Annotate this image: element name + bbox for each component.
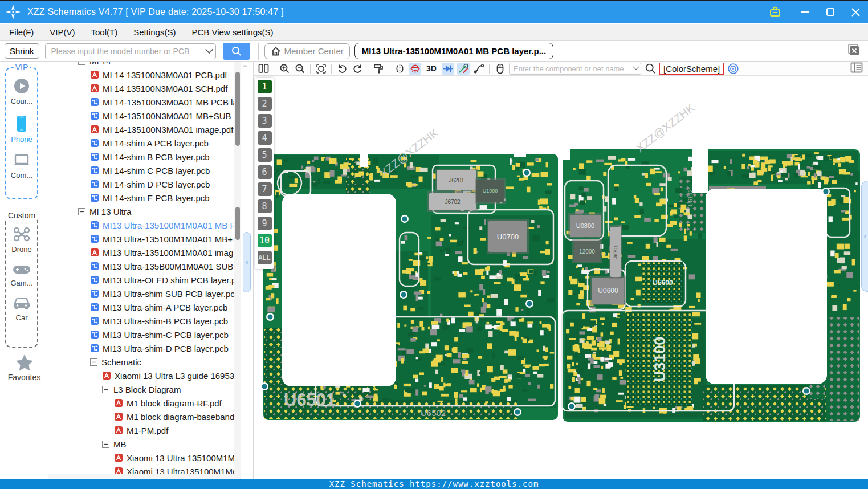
document-tab[interactable]: MI13 Ultra-135100M1M0A01 MB PCB layer.p.… — [354, 43, 553, 59]
rotate-cw-icon[interactable] — [351, 63, 364, 75]
diode-icon[interactable] — [442, 63, 454, 75]
fit-screen-icon[interactable] — [315, 63, 327, 75]
tree-item[interactable]: MI13 Ultra-135100M1M0A01 MB P — [48, 218, 237, 232]
tree-item[interactable]: MI 14 — [48, 62, 237, 68]
tree-item[interactable]: MI 13 Ultra — [48, 205, 237, 218]
tree-expander-icon[interactable] — [102, 386, 109, 393]
net-search-icon[interactable] — [644, 63, 657, 75]
tree-item[interactable]: MI13 Ultra-135100M1M0A01 MB+ — [48, 232, 237, 246]
layer-button-5[interactable]: 5 — [258, 148, 272, 162]
menu-settings[interactable]: Settings(S) — [133, 27, 184, 37]
tree-item[interactable]: MI 14-shim E PCB layer.pcb — [48, 191, 237, 205]
tree-item[interactable]: Xiaomi 13 Ultra L3 guide 16953 — [48, 369, 237, 382]
tree-vertical-scrollbar[interactable] — [234, 62, 241, 479]
split-view-icon[interactable] — [257, 63, 270, 75]
tree-horizontal-scrollbar[interactable] — [48, 474, 234, 479]
tree-item[interactable]: MI 14-shim A PCB layer.pcb — [48, 136, 237, 150]
chevron-down-icon[interactable] — [205, 46, 213, 54]
tree-item[interactable]: MI 14-135100N3M0A01 MB PCB la — [48, 95, 237, 109]
tree-item[interactable]: M1 block diagram-RF.pdf — [48, 396, 237, 410]
tree-item[interactable]: M1-PM.pdf — [48, 423, 237, 437]
model-search-input[interactable] — [51, 47, 206, 56]
right-panel-handle[interactable]: ‹ — [861, 181, 868, 292]
scrollbar-thumb[interactable] — [235, 207, 240, 240]
layer-button-6[interactable]: 6 — [258, 165, 272, 179]
tree-expander-icon[interactable] — [78, 62, 85, 65]
tree-item[interactable]: MI13 Ultra-shim-B PCB layer.pcb — [48, 314, 237, 328]
tree-item[interactable]: MI 14-135100N3M0A01 image.pdf — [48, 123, 237, 136]
paint-roller-icon[interactable] — [372, 63, 385, 75]
layer-panel-toggle-icon[interactable] — [850, 62, 863, 75]
shrink-button[interactable]: Shrink — [5, 43, 39, 59]
layer-button-2[interactable]: 2 — [258, 97, 272, 111]
measure-icon[interactable] — [457, 63, 470, 75]
tree-expander-icon[interactable] — [102, 441, 109, 448]
tree-item[interactable]: MI 14-shim B PCB layer.pcb — [48, 150, 237, 164]
menu-file[interactable]: File(F) — [9, 27, 42, 37]
svg-text:U6502: U6502 — [421, 408, 446, 418]
zoom-out-icon[interactable] — [294, 63, 306, 75]
layer-button-9[interactable]: 9 — [258, 217, 272, 230]
zoom-in-icon[interactable] — [278, 63, 291, 75]
close-all-documents-icon[interactable] — [846, 43, 860, 59]
scrollbar-up-arrow[interactable]: ⌃ — [241, 64, 250, 73]
sidebar-item-computer[interactable]: Com... — [6, 153, 37, 180]
curve-tool-icon[interactable] — [472, 63, 485, 75]
mirror-flip-icon[interactable] — [393, 63, 406, 75]
tree-item[interactable]: MI 14-shim D PCB layer.pcb — [48, 177, 237, 191]
tree-item[interactable]: MI 14-135100N3M0A01 MB+SUB E — [48, 109, 237, 123]
layer-button-4[interactable]: 4 — [258, 131, 272, 145]
pcb-canvas[interactable]: J6201J6702U1900U0700U080012000U0600J6701… — [254, 76, 868, 479]
tree-item[interactable]: M1 block diagram-baseband — [48, 410, 237, 423]
tree-item[interactable]: Xiaomi 13 Ultra 135100M1M — [48, 451, 237, 464]
tree-item[interactable]: Schematic — [48, 355, 237, 369]
layer-button-8[interactable]: 8 — [258, 199, 272, 213]
sidebar-item-drone[interactable]: Drone — [6, 226, 37, 254]
mouse-settings-icon[interactable] — [494, 63, 506, 75]
layer-button-1[interactable]: 1 — [258, 80, 272, 93]
layer-button-10[interactable]: 10 — [258, 234, 272, 247]
minimize-button[interactable] — [793, 1, 818, 23]
member-center-button[interactable]: Member Center — [264, 43, 350, 59]
layer-button-3[interactable]: 3 — [258, 114, 272, 128]
sidebar-item-game[interactable]: Gam... — [6, 263, 37, 287]
tree-item[interactable]: MB — [48, 437, 237, 451]
net-search-input[interactable] — [514, 64, 634, 73]
net-search-box[interactable] — [509, 63, 641, 75]
tree-item[interactable]: MI13 Ultra-shim-C PCB layer.pcb — [48, 328, 237, 341]
search-button[interactable] — [223, 43, 250, 60]
sidebar-item-favorites[interactable]: Favorites — [0, 353, 48, 382]
layer-button-7[interactable]: 7 — [258, 182, 272, 196]
sidebar-item-car[interactable]: Car — [6, 296, 37, 322]
menu-pcb-view-settings[interactable]: PCB View settings(S) — [191, 27, 281, 37]
tree-item[interactable]: MI 14 135100N3M0A01 SCH.pdf — [48, 82, 237, 95]
tree-item[interactable]: L3 Block Diagram — [48, 382, 237, 396]
layer-button-all[interactable]: ALL — [258, 251, 272, 264]
tree-item[interactable]: MI 14 135100N3M0A01 PCB.pdf — [48, 68, 237, 82]
tree-collapse-handle[interactable]: ‹ — [243, 232, 251, 292]
model-search-box[interactable] — [45, 43, 216, 59]
lamp-highlight-icon[interactable] — [409, 63, 421, 75]
tree-item[interactable]: MI13 Ultra-shim-A PCB layer.pcb — [48, 300, 237, 314]
close-button[interactable] — [843, 1, 868, 23]
menu-vip[interactable]: VIP(V) — [50, 27, 83, 37]
sidebar-item-phone[interactable]: Phone — [6, 115, 37, 144]
tree-item[interactable]: MI13 Ultra-OLED shim PCB layer.pc — [48, 273, 237, 287]
scrollbar-thumb[interactable] — [235, 72, 240, 146]
tree-item[interactable]: MI13 Ultra-shim-D PCB layer.pcb — [48, 341, 237, 355]
maximize-button[interactable] — [818, 1, 843, 23]
rotate-ccw-icon[interactable] — [336, 63, 348, 75]
3d-view-button[interactable]: 3D — [424, 64, 439, 73]
chevron-down-icon[interactable] — [633, 64, 639, 70]
tree-expander-icon[interactable] — [78, 208, 85, 215]
vip-bag-icon[interactable] — [763, 1, 788, 23]
tree-item[interactable]: MI13 Ultra-135B00M1M0A01 SUB — [48, 259, 237, 273]
menu-tool[interactable]: Tool(T) — [91, 27, 126, 37]
eye-icon[interactable] — [727, 63, 739, 75]
tree-item[interactable]: MI 14-shim C PCB layer.pcb — [48, 164, 237, 177]
colorscheme-button[interactable]: [ColorScheme] — [659, 63, 724, 75]
tree-item[interactable]: MI13 Ultra-135100M1M0A01 imag — [48, 246, 237, 259]
tree-expander-icon[interactable] — [90, 358, 97, 366]
tree-item[interactable]: MI13 Ultra-shim SUB PCB layer.pcb — [48, 287, 237, 300]
sidebar-item-course[interactable]: Cour... — [6, 78, 37, 105]
